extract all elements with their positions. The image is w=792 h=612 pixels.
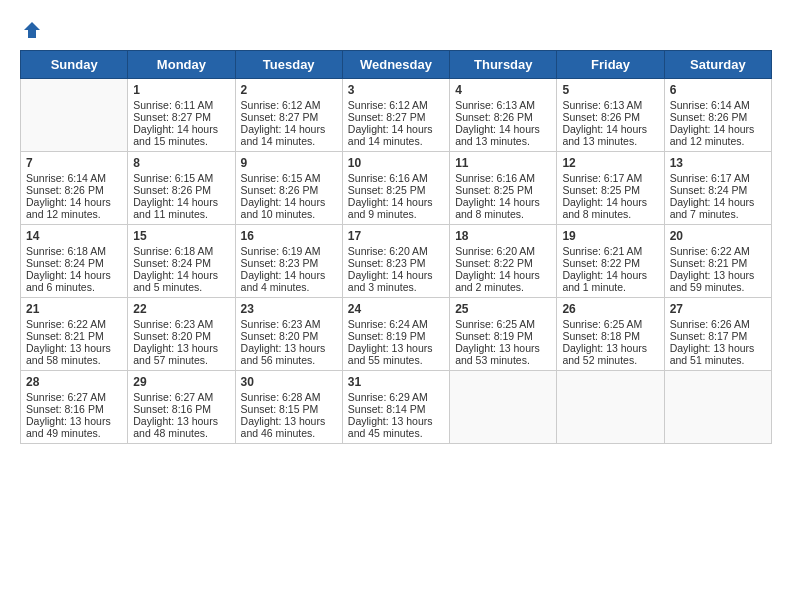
table-row: 1Sunrise: 6:11 AMSunset: 8:27 PMDaylight… bbox=[128, 79, 235, 152]
table-row bbox=[664, 371, 771, 444]
day-info: Sunset: 8:27 PM bbox=[133, 111, 229, 123]
day-info: Sunrise: 6:25 AM bbox=[562, 318, 658, 330]
table-row: 10Sunrise: 6:16 AMSunset: 8:25 PMDayligh… bbox=[342, 152, 449, 225]
day-number: 12 bbox=[562, 156, 658, 170]
table-row: 13Sunrise: 6:17 AMSunset: 8:24 PMDayligh… bbox=[664, 152, 771, 225]
day-info: Sunset: 8:25 PM bbox=[455, 184, 551, 196]
day-info: and 10 minutes. bbox=[241, 208, 337, 220]
day-info: Daylight: 14 hours bbox=[670, 196, 766, 208]
day-info: Sunset: 8:23 PM bbox=[348, 257, 444, 269]
day-info: Sunrise: 6:18 AM bbox=[133, 245, 229, 257]
day-info: Daylight: 14 hours bbox=[133, 123, 229, 135]
day-info: Sunrise: 6:17 AM bbox=[562, 172, 658, 184]
calendar-header-sunday: Sunday bbox=[21, 51, 128, 79]
day-info: Sunrise: 6:11 AM bbox=[133, 99, 229, 111]
day-info: Sunset: 8:18 PM bbox=[562, 330, 658, 342]
table-row: 22Sunrise: 6:23 AMSunset: 8:20 PMDayligh… bbox=[128, 298, 235, 371]
table-row: 11Sunrise: 6:16 AMSunset: 8:25 PMDayligh… bbox=[450, 152, 557, 225]
day-info: Sunset: 8:14 PM bbox=[348, 403, 444, 415]
day-info: Daylight: 14 hours bbox=[455, 196, 551, 208]
day-info: Sunrise: 6:12 AM bbox=[348, 99, 444, 111]
day-info: Daylight: 14 hours bbox=[241, 196, 337, 208]
day-info: and 57 minutes. bbox=[133, 354, 229, 366]
day-number: 31 bbox=[348, 375, 444, 389]
day-info: Sunset: 8:26 PM bbox=[670, 111, 766, 123]
day-number: 7 bbox=[26, 156, 122, 170]
table-row: 9Sunrise: 6:15 AMSunset: 8:26 PMDaylight… bbox=[235, 152, 342, 225]
table-row: 19Sunrise: 6:21 AMSunset: 8:22 PMDayligh… bbox=[557, 225, 664, 298]
day-info: Daylight: 13 hours bbox=[670, 342, 766, 354]
table-row: 24Sunrise: 6:24 AMSunset: 8:19 PMDayligh… bbox=[342, 298, 449, 371]
day-info: Sunset: 8:16 PM bbox=[133, 403, 229, 415]
day-info: Sunrise: 6:17 AM bbox=[670, 172, 766, 184]
day-info: Sunrise: 6:27 AM bbox=[26, 391, 122, 403]
day-info: Sunset: 8:21 PM bbox=[670, 257, 766, 269]
day-info: Sunrise: 6:22 AM bbox=[670, 245, 766, 257]
day-info: Sunrise: 6:18 AM bbox=[26, 245, 122, 257]
table-row: 28Sunrise: 6:27 AMSunset: 8:16 PMDayligh… bbox=[21, 371, 128, 444]
day-number: 30 bbox=[241, 375, 337, 389]
table-row: 12Sunrise: 6:17 AMSunset: 8:25 PMDayligh… bbox=[557, 152, 664, 225]
day-info: Sunrise: 6:25 AM bbox=[455, 318, 551, 330]
calendar-week-row: 14Sunrise: 6:18 AMSunset: 8:24 PMDayligh… bbox=[21, 225, 772, 298]
day-number: 5 bbox=[562, 83, 658, 97]
day-info: Daylight: 13 hours bbox=[26, 415, 122, 427]
table-row: 27Sunrise: 6:26 AMSunset: 8:17 PMDayligh… bbox=[664, 298, 771, 371]
svg-marker-0 bbox=[24, 22, 40, 38]
day-info: Daylight: 14 hours bbox=[26, 269, 122, 281]
logo-icon bbox=[22, 20, 42, 40]
day-info: and 1 minute. bbox=[562, 281, 658, 293]
day-number: 9 bbox=[241, 156, 337, 170]
day-number: 11 bbox=[455, 156, 551, 170]
day-info: Daylight: 13 hours bbox=[348, 415, 444, 427]
day-info: Daylight: 14 hours bbox=[133, 269, 229, 281]
day-info: Daylight: 14 hours bbox=[26, 196, 122, 208]
day-info: and 46 minutes. bbox=[241, 427, 337, 439]
calendar-header-row: SundayMondayTuesdayWednesdayThursdayFrid… bbox=[21, 51, 772, 79]
table-row: 18Sunrise: 6:20 AMSunset: 8:22 PMDayligh… bbox=[450, 225, 557, 298]
day-info: Sunset: 8:24 PM bbox=[133, 257, 229, 269]
day-info: Daylight: 14 hours bbox=[455, 269, 551, 281]
table-row: 31Sunrise: 6:29 AMSunset: 8:14 PMDayligh… bbox=[342, 371, 449, 444]
day-number: 18 bbox=[455, 229, 551, 243]
day-info: Sunset: 8:26 PM bbox=[241, 184, 337, 196]
table-row: 4Sunrise: 6:13 AMSunset: 8:26 PMDaylight… bbox=[450, 79, 557, 152]
day-info: and 15 minutes. bbox=[133, 135, 229, 147]
table-row: 30Sunrise: 6:28 AMSunset: 8:15 PMDayligh… bbox=[235, 371, 342, 444]
day-info: Sunset: 8:21 PM bbox=[26, 330, 122, 342]
day-info: Daylight: 13 hours bbox=[348, 342, 444, 354]
table-row: 23Sunrise: 6:23 AMSunset: 8:20 PMDayligh… bbox=[235, 298, 342, 371]
day-info: Sunrise: 6:22 AM bbox=[26, 318, 122, 330]
calendar-header-wednesday: Wednesday bbox=[342, 51, 449, 79]
day-number: 17 bbox=[348, 229, 444, 243]
day-info: Daylight: 14 hours bbox=[455, 123, 551, 135]
day-info: Sunrise: 6:14 AM bbox=[670, 99, 766, 111]
day-info: and 7 minutes. bbox=[670, 208, 766, 220]
day-info: Sunset: 8:16 PM bbox=[26, 403, 122, 415]
day-info: Sunrise: 6:23 AM bbox=[133, 318, 229, 330]
day-info: Sunset: 8:26 PM bbox=[562, 111, 658, 123]
table-row bbox=[21, 79, 128, 152]
day-info: and 59 minutes. bbox=[670, 281, 766, 293]
day-info: and 12 minutes. bbox=[26, 208, 122, 220]
day-info: Sunset: 8:23 PM bbox=[241, 257, 337, 269]
day-info: Sunset: 8:22 PM bbox=[562, 257, 658, 269]
day-info: Sunrise: 6:13 AM bbox=[562, 99, 658, 111]
day-number: 1 bbox=[133, 83, 229, 97]
day-info: and 6 minutes. bbox=[26, 281, 122, 293]
day-info: Sunrise: 6:26 AM bbox=[670, 318, 766, 330]
day-info: Daylight: 14 hours bbox=[562, 196, 658, 208]
day-number: 29 bbox=[133, 375, 229, 389]
calendar-header-tuesday: Tuesday bbox=[235, 51, 342, 79]
day-info: Daylight: 13 hours bbox=[133, 342, 229, 354]
table-row: 29Sunrise: 6:27 AMSunset: 8:16 PMDayligh… bbox=[128, 371, 235, 444]
day-number: 23 bbox=[241, 302, 337, 316]
calendar-header-friday: Friday bbox=[557, 51, 664, 79]
day-info: Sunset: 8:27 PM bbox=[241, 111, 337, 123]
day-number: 24 bbox=[348, 302, 444, 316]
day-info: Daylight: 14 hours bbox=[133, 196, 229, 208]
day-info: and 45 minutes. bbox=[348, 427, 444, 439]
calendar-week-row: 7Sunrise: 6:14 AMSunset: 8:26 PMDaylight… bbox=[21, 152, 772, 225]
day-info: Sunrise: 6:15 AM bbox=[133, 172, 229, 184]
table-row: 3Sunrise: 6:12 AMSunset: 8:27 PMDaylight… bbox=[342, 79, 449, 152]
